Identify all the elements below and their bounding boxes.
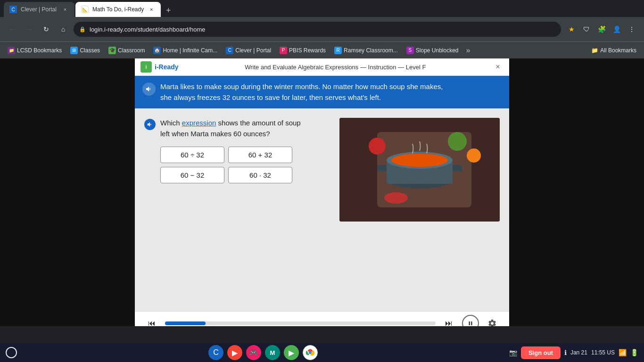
- url-bar[interactable]: 🔒 login.i-ready.com/student/dashboard/ho…: [74, 22, 561, 37]
- taskbar-app-play[interactable]: ▶: [284, 345, 299, 360]
- answer-button-1[interactable]: 60 ÷ 32: [160, 147, 224, 163]
- bookmark-icon-slope: S: [406, 47, 414, 54]
- bookmark-icon-home: 🏠: [153, 47, 161, 54]
- svg-point-5: [391, 154, 448, 167]
- tab-favicon-2: 📐: [81, 6, 89, 13]
- iready-logo-text: i-Ready: [155, 63, 179, 71]
- taskbar-app-meet[interactable]: M: [265, 345, 280, 360]
- taskbar-time: 11:55 US: [591, 349, 615, 356]
- taskbar-right: 📷 Sign out ℹ Jan 21 11:55 US 📶 🔋: [509, 346, 638, 359]
- gear-icon: [487, 319, 497, 327]
- instruction-speaker-button[interactable]: [142, 82, 156, 96]
- iready-logo-icon: i: [140, 61, 152, 73]
- info-icon[interactable]: ℹ: [564, 349, 567, 356]
- svg-point-10: [467, 148, 481, 163]
- forward-button[interactable]: →: [23, 23, 36, 36]
- svg-rect-7: [453, 165, 462, 172]
- bookmark-clever[interactable]: C Clever | Portal: [222, 45, 275, 56]
- bookmark-icon-lcsd: 📁: [8, 47, 15, 54]
- iready-header: i i-Ready Write and Evaluate Algebraic E…: [135, 58, 509, 76]
- bookmark-pbis[interactable]: P PBIS Rewards: [276, 45, 330, 56]
- forward-control-button[interactable]: ⏭: [441, 316, 456, 327]
- toolbar-icons: ★ 🛡 🧩 👤 ⋮: [565, 23, 638, 36]
- tab-close-2[interactable]: ×: [148, 6, 155, 13]
- back-button[interactable]: ←: [6, 23, 19, 36]
- tab-close-1[interactable]: ×: [61, 6, 69, 13]
- settings-button[interactable]: [485, 316, 500, 327]
- browser-window: C Clever | Portal × 📐 Math To Do, i-Read…: [0, 0, 644, 326]
- taskbar-app-clever[interactable]: C: [208, 345, 223, 360]
- bookmark-classroom[interactable]: 🎓 Classroom: [105, 45, 149, 56]
- tab-title-1: Clever | Portal: [21, 6, 58, 13]
- iready-close-button[interactable]: ×: [492, 61, 504, 73]
- soup-image: [339, 118, 500, 222]
- svg-point-8: [369, 138, 386, 155]
- bookmark-label-ramsey: Ramsey Classroom...: [344, 47, 398, 54]
- taskbar-left: [6, 347, 17, 358]
- question-part2: shows the amount of soup: [216, 119, 300, 127]
- chrome-icon: [306, 348, 314, 357]
- svg-rect-6: [377, 165, 387, 172]
- progress-bar-container: [165, 321, 436, 325]
- expression-keyword[interactable]: expression: [182, 119, 216, 127]
- extension-icon[interactable]: 🧩: [595, 23, 608, 36]
- chromeos-circle-button[interactable]: [6, 347, 17, 358]
- reload-button[interactable]: ↻: [40, 23, 53, 36]
- menu-icon[interactable]: ⋮: [625, 23, 638, 36]
- bookmark-label-classes: Classes: [80, 47, 100, 54]
- bookmark-slope[interactable]: S Slope Unblocked: [403, 45, 462, 56]
- bookmark-classes[interactable]: ⊞ Classes: [66, 45, 104, 56]
- taskbar-center: C ▶ 🎮 M ▶: [21, 345, 505, 360]
- all-bookmarks-label: All Bookmarks: [600, 47, 636, 54]
- taskbar-app-youtube[interactable]: ▶: [227, 345, 242, 360]
- home-button[interactable]: ⌂: [57, 23, 70, 36]
- bookmark-label-clever: Clever | Portal: [235, 47, 271, 54]
- sign-out-button[interactable]: Sign out: [521, 346, 561, 359]
- secure-icon: 🔒: [79, 26, 86, 33]
- instruction-line1: Marta likes to make soup during the wint…: [160, 82, 443, 92]
- bookmark-icon-classroom: 🎓: [108, 47, 116, 54]
- pause-button[interactable]: [462, 315, 479, 327]
- question-speaker-button[interactable]: [144, 119, 156, 130]
- tab-favicon-1: C: [9, 6, 17, 13]
- bookmark-label-slope: Slope Unblocked: [416, 47, 459, 54]
- shield-icon[interactable]: 🛡: [580, 23, 593, 36]
- svg-point-11: [384, 192, 408, 204]
- question-part1: Which: [160, 119, 182, 127]
- camera-icon[interactable]: 📷: [509, 349, 517, 356]
- tab-title-2: Math To Do, i-Ready: [92, 6, 144, 13]
- bookmark-home[interactable]: 🏠 Home | Infinite Cam...: [149, 45, 221, 56]
- answer-choices: 60 ÷ 32 60 + 32 60 − 32 60 · 32: [160, 147, 292, 183]
- tab-iready[interactable]: 📐 Math To Do, i-Ready ×: [75, 2, 161, 17]
- taskbar-app-game[interactable]: 🎮: [246, 345, 261, 360]
- taskbar: C ▶ 🎮 M ▶ 📷 Sign out ℹ Jan 21 11:55 US 📶…: [0, 343, 644, 362]
- new-tab-button[interactable]: +: [162, 4, 175, 17]
- progress-bar-fill: [165, 321, 206, 325]
- question-header: Which expression shows the amount of sou…: [144, 118, 330, 139]
- bookmark-lcsd[interactable]: 📁 LCSD Bookmarks: [4, 45, 66, 56]
- battery-icon: 🔋: [630, 349, 638, 356]
- instruction-text: Marta likes to make soup during the wint…: [160, 82, 443, 103]
- answer-button-3[interactable]: 60 − 32: [160, 167, 224, 183]
- question-left-panel: Which expression shows the amount of sou…: [144, 118, 330, 302]
- bookmark-label-lcsd: LCSD Bookmarks: [17, 47, 62, 54]
- bookmark-icon-classes: ⊞: [70, 47, 78, 54]
- svg-point-9: [448, 132, 467, 151]
- tab-clever-portal[interactable]: C Clever | Portal ×: [4, 2, 74, 17]
- iready-logo: i i-Ready: [140, 61, 179, 73]
- taskbar-app-chrome[interactable]: [303, 345, 318, 360]
- answer-button-4[interactable]: 60 · 32: [228, 167, 292, 183]
- iready-panel-title: Write and Evaluate Algebraic Expressions…: [179, 64, 492, 71]
- bookmark-star-icon[interactable]: ★: [565, 23, 578, 36]
- back-control-button[interactable]: ⏮: [144, 316, 159, 327]
- bookmark-icon-clever: C: [226, 47, 233, 54]
- bookmark-ramsey[interactable]: R Ramsey Classroom...: [330, 45, 402, 56]
- instruction-line2: she always freezes 32 ounces to save for…: [160, 92, 443, 103]
- all-bookmarks-button[interactable]: 📁 All Bookmarks: [587, 45, 640, 56]
- more-bookmarks-button[interactable]: »: [463, 44, 473, 57]
- question-line1: Which expression shows the amount of sou…: [160, 118, 301, 129]
- url-text: login.i-ready.com/student/dashboard/home: [90, 26, 555, 33]
- taskbar-date: Jan 21: [570, 349, 587, 356]
- answer-button-2[interactable]: 60 + 32: [228, 147, 292, 163]
- profile-icon[interactable]: 👤: [610, 23, 623, 36]
